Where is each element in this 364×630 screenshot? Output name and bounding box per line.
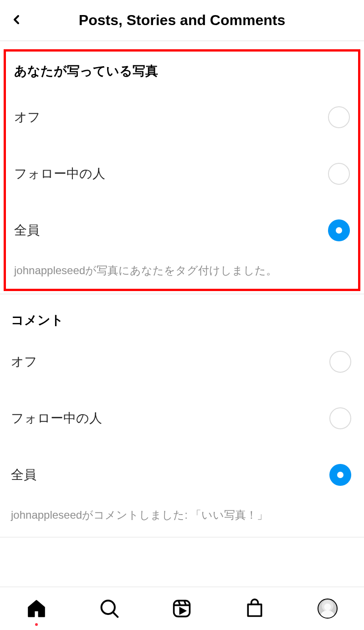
reels-icon <box>172 599 192 619</box>
option-label: フォロー中の人 <box>14 165 105 182</box>
radio-button <box>328 163 350 185</box>
radio-option-following[interactable]: フォロー中の人 <box>6 146 358 202</box>
radio-button <box>328 106 350 128</box>
back-button[interactable] <box>9 12 24 29</box>
section-comments: コメント オフ フォロー中の人 全員 johnappleseedがコメントしまし… <box>0 294 364 537</box>
nav-profile[interactable] <box>317 598 338 620</box>
example-text: johnappleseedが写真にあなたをタグ付けしました。 <box>6 259 358 281</box>
search-icon <box>99 599 119 619</box>
nav-reels[interactable] <box>171 598 193 620</box>
divider <box>0 537 364 537</box>
radio-option-following[interactable]: フォロー中の人 <box>0 390 364 447</box>
option-label: 全員 <box>11 466 36 484</box>
header-bar: Posts, Stories and Comments <box>0 0 364 41</box>
radio-option-off[interactable]: オフ <box>0 333 364 390</box>
radio-option-off[interactable]: オフ <box>6 89 358 146</box>
shopping-bag-icon <box>245 599 265 619</box>
option-label: オフ <box>11 353 37 370</box>
section-title-photos: あなたが写っている写真 <box>6 52 358 89</box>
radio-option-everyone[interactable]: 全員 <box>0 447 364 503</box>
radio-option-everyone[interactable]: 全員 <box>6 202 358 259</box>
option-label: 全員 <box>14 222 40 239</box>
radio-button <box>329 351 351 373</box>
nav-search[interactable] <box>98 598 120 620</box>
radio-button-selected <box>329 464 351 486</box>
option-label: フォロー中の人 <box>11 410 102 427</box>
bottom-nav <box>0 587 364 630</box>
highlight-box: あなたが写っている写真 オフ フォロー中の人 全員 johnappleseedが… <box>4 49 360 291</box>
radio-button-selected <box>328 219 350 241</box>
home-icon <box>26 599 46 619</box>
notification-dot <box>35 623 38 626</box>
option-label: オフ <box>14 109 41 126</box>
svg-line-1 <box>113 612 118 617</box>
section-title-comments: コメント <box>0 304 364 333</box>
nav-shop[interactable] <box>244 598 266 620</box>
radio-button <box>329 407 351 429</box>
section-photos-of-you: あなたが写っている写真 オフ フォロー中の人 全員 johnappleseedが… <box>0 49 364 294</box>
chevron-left-icon <box>9 12 24 27</box>
page-title: Posts, Stories and Comments <box>9 12 355 29</box>
profile-avatar-icon <box>318 599 338 619</box>
nav-home[interactable] <box>26 598 47 620</box>
example-text: johnappleseedがコメントしました: 「いい写真！」 <box>0 503 364 531</box>
